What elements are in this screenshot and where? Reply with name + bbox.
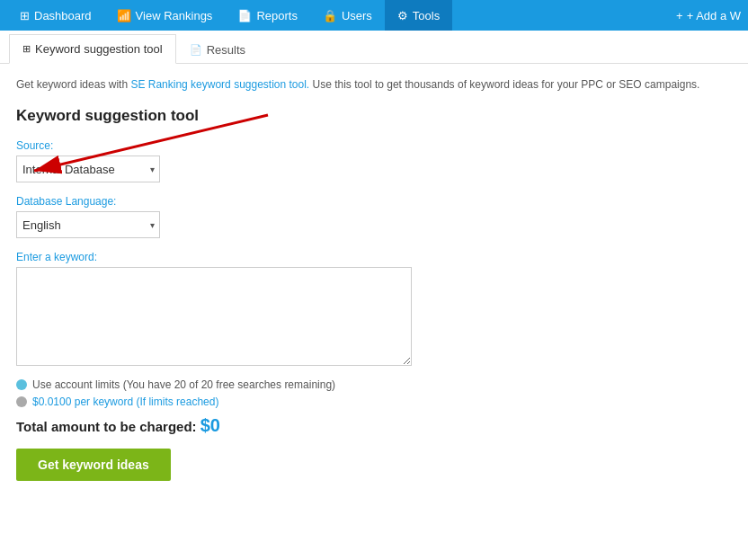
language-select[interactable]: English Spanish French German Italian [16, 211, 160, 238]
get-keyword-ideas-button[interactable]: Get keyword ideas [16, 449, 171, 481]
nav-users[interactable]: 🔒 Users [310, 0, 385, 31]
source-select[interactable]: Internal Database Google Ads Bing Ads [16, 156, 160, 182]
info-text: Get keyword ideas with SE Ranking keywor… [16, 76, 732, 93]
option-dot-gray [16, 396, 27, 407]
dashboard-icon: ⊞ [20, 9, 30, 22]
tools-icon: ⚙ [397, 9, 408, 22]
lock-icon: 🔒 [323, 9, 337, 22]
nav-tools-label: Tools [413, 9, 440, 22]
nav-dashboard-label: Dashboard [34, 9, 92, 22]
language-label: Database Language: [16, 195, 732, 208]
nav-users-label: Users [342, 9, 372, 22]
nav-view-rankings[interactable]: 📶 View Rankings [104, 0, 226, 31]
option-2-text: $0.0100 per keyword (If limits reached) [32, 396, 218, 408]
tab-keyword-icon: ⊞ [22, 43, 31, 55]
tabs-bar: ⊞ Keyword suggestion tool 📄 Results [0, 34, 748, 64]
reports-icon: 📄 [237, 9, 252, 22]
option-row-2: $0.0100 per keyword (If limits reached) [16, 396, 732, 408]
source-label: Source: [16, 139, 732, 152]
option-1-text: Use account limits (You have 20 of 20 fr… [32, 378, 335, 391]
keyword-label: Enter a keyword: [16, 251, 732, 263]
total-row: Total amount to be charged: $0 [16, 415, 732, 436]
tab-keyword-label: Keyword suggestion tool [35, 42, 163, 56]
source-select-wrapper: Internal Database Google Ads Bing Ads ▾ [16, 156, 160, 182]
nav-dashboard[interactable]: ⊞ Dashboard [7, 0, 104, 31]
nav-tools[interactable]: ⚙ Tools [385, 0, 452, 31]
main-content: Get keyword ideas with SE Ranking keywor… [0, 64, 748, 493]
bar-chart-icon: 📶 [117, 9, 131, 22]
option-row-1: Use account limits (You have 20 of 20 fr… [16, 378, 732, 391]
language-section: Database Language: English Spanish Frenc… [16, 195, 732, 238]
add-icon: + [676, 9, 683, 22]
tab-results-icon: 📄 [190, 44, 202, 56]
add-website-button[interactable]: + + Add a W [676, 9, 741, 22]
nav-reports-label: Reports [256, 9, 298, 22]
options-list: Use account limits (You have 20 of 20 fr… [16, 378, 732, 408]
nav-view-rankings-label: View Rankings [136, 9, 213, 22]
source-section: Source: Internal Database Google Ads Bin… [16, 139, 732, 182]
tab-results-label: Results [207, 43, 245, 57]
total-amount: $0 [200, 415, 220, 435]
tab-keyword-suggestion[interactable]: ⊞ Keyword suggestion tool [9, 34, 176, 64]
page-title: Keyword suggestion tool [16, 107, 732, 125]
tab-results[interactable]: 📄 Results [176, 34, 259, 64]
keyword-section: Enter a keyword: [16, 251, 732, 366]
total-label: Total amount to be charged: [16, 419, 197, 434]
keyword-textarea[interactable] [16, 267, 412, 366]
option-dot-blue [16, 379, 27, 390]
nav-reports[interactable]: 📄 Reports [225, 0, 310, 31]
language-select-wrapper: English Spanish French German Italian ▾ [16, 211, 160, 238]
top-nav: ⊞ Dashboard 📶 View Rankings 📄 Reports 🔒 … [0, 0, 748, 31]
